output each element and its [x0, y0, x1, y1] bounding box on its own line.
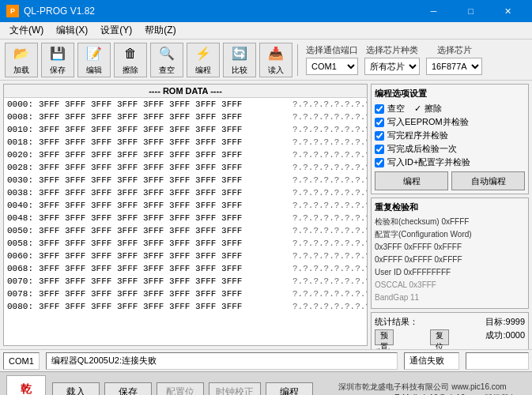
rom-ascii: ?.?.?.?.?.?.?.?.	[292, 123, 364, 136]
com-port-group: 选择通信端口 COM1 COM2 COM3	[306, 44, 358, 75]
rom-addr: 0010:	[7, 123, 39, 136]
title-bar: P QL-PROG V1.82 ─ □ ✕	[0, 0, 532, 22]
rom-row: 0018: 3FFF 3FFF 3FFF 3FFF 3FFF 3FFF 3FFF…	[4, 136, 367, 149]
rom-addr: 0000:	[7, 98, 39, 111]
checkbox-prog-verify-input[interactable]	[375, 131, 384, 141]
rom-row: 0068: 3FFF 3FFF 3FFF 3FFF 3FFF 3FFF 3FFF…	[4, 262, 367, 275]
app-title: QL-PROG V1.82	[24, 6, 95, 17]
menu-settings[interactable]: 设置(Y)	[94, 22, 138, 39]
rom-bytes: 3FFF 3FFF 3FFF 3FFF 3FFF 3FFF 3FFF 3FFF	[39, 161, 292, 174]
rom-ascii: ?.?.?.?.?.?.?.?.	[292, 136, 364, 149]
rom-ascii: ?.?.?.?.?.?.?.?.	[292, 237, 364, 250]
edit-button[interactable]: 📝 编辑	[77, 43, 111, 77]
toolbar-right: 选择通信端口 COM1 COM2 COM3 选择芯片种类 所有芯片 选择芯片 1…	[306, 44, 482, 75]
bottom-program-btn[interactable]: 编程	[266, 382, 313, 396]
checkbox-id-verify-label: 写入ID+配置字并检验	[387, 156, 470, 168]
checkbox-blank-input[interactable]	[375, 104, 384, 114]
stats-target: 目标:9999	[485, 316, 525, 328]
checkbox-eeprom-input[interactable]	[375, 118, 384, 127]
bottom-buttons: 载入 保存 配置位 时钟校正 编程	[52, 382, 313, 396]
bottom-info: 深圳市乾龙盛电子科技有限公司 www.pic16.com www.cxqmcu.…	[319, 382, 526, 396]
blank-check-icon: 🔍	[157, 44, 176, 63]
erase-button[interactable]: 🗑 擦除	[114, 43, 147, 77]
save-button[interactable]: 💾 保存	[41, 43, 74, 77]
reset-btn[interactable]: 复位	[430, 329, 449, 345]
rom-bytes: 3FFF 3FFF 3FFF 3FFF 3FFF 3FFF 3FFF 3FFF	[39, 224, 292, 237]
checksum-row-1: 配置字(Configuration Word)	[375, 229, 525, 240]
checkbox-final-verify-input[interactable]	[375, 145, 384, 154]
checksum-row-0: 检验和(checksum) 0xFFFF	[375, 216, 525, 228]
rom-row: 0040: 3FFF 3FFF 3FFF 3FFF 3FFF 3FFF 3FFF…	[4, 199, 367, 212]
blank-check-button[interactable]: 🔍 查空	[150, 43, 183, 77]
app-icon: P	[6, 5, 19, 17]
rom-bytes: 3FFF 3FFF 3FFF 3FFF 3FFF 3FFF 3FFF 3FFF	[39, 98, 292, 111]
compare-label: 比较	[232, 65, 247, 76]
rom-addr: 0078:	[7, 288, 39, 300]
rom-row: 0048: 3FFF 3FFF 3FFF 3FFF 3FFF 3FFF 3FFF…	[4, 212, 367, 224]
rom-ascii: ?.?.?.?.?.?.?.?.	[292, 275, 364, 288]
checkbox-blank-label: 查空	[387, 103, 405, 115]
com-port-select[interactable]: COM1 COM2 COM3	[306, 58, 358, 75]
checkbox-eeprom-label: 写入EEPROM并检验	[387, 116, 469, 128]
program-button[interactable]: ⚡ 编程	[187, 43, 220, 77]
maximize-button[interactable]: □	[453, 3, 489, 19]
compare-icon: 🔄	[230, 44, 249, 63]
rom-data-area: 0000: 3FFF 3FFF 3FFF 3FFF 3FFF 3FFF 3FFF…	[4, 98, 367, 345]
rom-ascii: ?.?.?.?.?.?.?.?.	[292, 224, 364, 237]
preview-btn[interactable]: 预置	[375, 329, 394, 345]
chip-type-select[interactable]: 所有芯片	[364, 58, 420, 75]
read-button[interactable]: 📥 读入	[259, 43, 292, 77]
checkbox-prog-verify: 写完程序并检验	[375, 130, 525, 141]
menu-file[interactable]: 文件(W)	[3, 22, 50, 39]
chip-select-label: 选择芯片	[426, 44, 482, 56]
rom-row: 0050: 3FFF 3FFF 3FFF 3FFF 3FFF 3FFF 3FFF…	[4, 224, 367, 237]
menu-edit[interactable]: 编辑(X)	[50, 22, 94, 39]
rom-bytes: 3FFF 3FFF 3FFF 3FFF 3FFF 3FFF 3FFF 3FFF	[39, 174, 292, 186]
rom-addr: 0048:	[7, 212, 39, 224]
checkbox-blank: 查空 ✓ 擦除	[375, 103, 525, 115]
rom-addr: 0040:	[7, 199, 39, 212]
close-button[interactable]: ✕	[490, 3, 526, 19]
rom-bytes: 3FFF 3FFF 3FFF 3FFF 3FFF 3FFF 3FFF 3FFF	[39, 250, 292, 262]
rom-addr: 0080:	[7, 300, 39, 313]
rom-row: 0080: 3FFF 3FFF 3FFF 3FFF 3FFF 3FFF 3FFF…	[4, 300, 367, 313]
chip-type-group: 选择芯片种类 所有芯片	[364, 44, 420, 75]
checkbox-id-verify: 写入ID+配置字并检验	[375, 156, 525, 168]
bottom-load-btn[interactable]: 载入	[52, 382, 100, 396]
stats-fail: 失败:0000	[375, 347, 414, 349]
rom-bytes: 3FFF 3FFF 3FFF 3FFF 3FFF 3FFF 3FFF 3FFF	[39, 275, 292, 288]
checkbox-id-verify-input[interactable]	[375, 158, 384, 167]
menu-help[interactable]: 帮助(Z)	[138, 22, 182, 39]
minimize-button[interactable]: ─	[416, 3, 451, 19]
bottom-config-btn[interactable]: 配置位	[157, 382, 204, 396]
rom-row: 0000: 3FFF 3FFF 3FFF 3FFF 3FFF 3FFF 3FFF…	[4, 98, 367, 111]
rom-ascii: ?.?.?.?.?.?.?.?.	[292, 149, 364, 161]
toolbar-separator-1	[297, 44, 298, 76]
company-logo: 乾 QianLongsheng	[6, 375, 46, 396]
rom-bytes: 3FFF 3FFF 3FFF 3FFF 3FFF 3FFF 3FFF 3FFF	[39, 111, 292, 123]
chip-select[interactable]: 16F877A 16F876A	[426, 58, 482, 75]
checksum-row-5: OSCCAL 0x3FFF	[375, 280, 525, 291]
rom-bytes: 3FFF 3FFF 3FFF 3FFF 3FFF 3FFF 3FFF 3FFF	[39, 288, 292, 300]
rom-addr: 0028:	[7, 161, 39, 174]
stats-row-target: 统计结果： 目标:9999	[375, 316, 525, 328]
rom-addr: 0008:	[7, 111, 39, 123]
prog-btn[interactable]: 编程	[375, 171, 448, 190]
checksum-box: 重复检验和 检验和(checksum) 0xFFFF 配置字(Configura…	[371, 198, 529, 309]
auto-prog-btn[interactable]: 自动编程	[451, 171, 525, 190]
bottom-clock-btn[interactable]: 时钟校正	[209, 382, 261, 396]
rom-addr: 0030:	[7, 174, 39, 186]
status-extra	[466, 352, 529, 370]
load-button[interactable]: 📂 加载	[5, 43, 38, 77]
compare-button[interactable]: 🔄 比较	[223, 43, 256, 77]
edit-icon: 📝	[85, 44, 104, 63]
checksum-row-3: 0xFFFF 0xFFFF 0xFFFF	[375, 254, 525, 265]
bottom-bar: 乾 QianLongsheng 载入 保存 配置位 时钟校正 编程 深圳市乾龙盛…	[0, 371, 532, 395]
rom-row: 0020: 3FFF 3FFF 3FFF 3FFF 3FFF 3FFF 3FFF…	[4, 149, 367, 161]
rom-scroll[interactable]: 0000: 3FFF 3FFF 3FFF 3FFF 3FFF 3FFF 3FFF…	[4, 98, 367, 345]
bottom-save-btn[interactable]: 保存	[104, 382, 152, 396]
rom-ascii: ?.?.?.?.?.?.?.?.	[292, 186, 364, 199]
load-label: 加载	[13, 65, 29, 76]
rom-addr: 0018:	[7, 136, 39, 149]
read-icon: 📥	[266, 44, 285, 63]
